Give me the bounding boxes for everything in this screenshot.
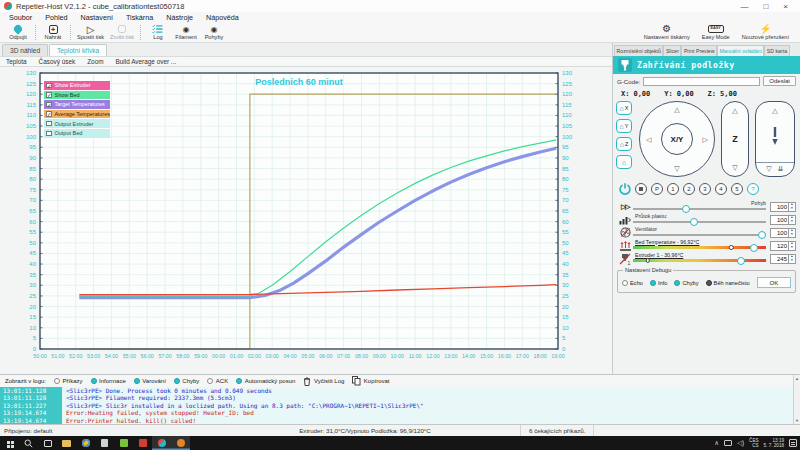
calculator-taskbar-icon[interactable] (95, 436, 114, 450)
search-taskbar-icon[interactable] (19, 436, 38, 450)
bed-temp-slider-knob[interactable] (750, 244, 758, 252)
panel-tab-3[interactable]: Manuální ovládání (717, 45, 764, 56)
log-filter-4[interactable]: ACK (207, 378, 228, 384)
preset-3-button[interactable]: 3 (699, 183, 711, 195)
legend-item-4[interactable]: Output Extruder (44, 119, 110, 128)
legend-item-2[interactable]: ✓Target Temperatures (44, 100, 110, 109)
menu-item-0[interactable]: Soubor (9, 13, 32, 22)
xy-jog-pad[interactable]: △ ▽ ◁ ▷ X/Y (639, 101, 715, 177)
extruder-temp-slider-knob[interactable] (737, 257, 745, 265)
start-taskbar-icon[interactable] (0, 436, 19, 450)
emergency-stop-button[interactable]: ⚡Nouzové přerušení (739, 24, 792, 40)
log-filter-0[interactable]: Příkazy (54, 378, 83, 384)
radio-icon[interactable] (674, 280, 680, 286)
tray-chevron-icon[interactable]: ∧ (714, 439, 719, 447)
jog-x-plus-icon[interactable]: ▷ (703, 136, 708, 143)
checkbox-icon[interactable]: ✓ (46, 102, 52, 108)
bed-temp-value-spinner[interactable]: 120▴▾ (770, 241, 796, 251)
home-all-button[interactable]: ⌂ (616, 155, 632, 169)
speaker-icon[interactable]: ◁) (737, 439, 744, 447)
preset-1-button[interactable]: 1 (667, 183, 679, 195)
task-view-taskbar-icon[interactable] (38, 436, 57, 450)
log-scrollbar[interactable]: ▲ ▼ (793, 375, 800, 424)
menu-item-2[interactable]: Nastavení (81, 13, 113, 22)
disconnect-button[interactable]: Odpojit (4, 24, 32, 40)
legend-item-5[interactable]: Output Bed (44, 129, 110, 138)
log-filter-5[interactable]: Automatický posun (236, 378, 295, 384)
extrude-fast-icon[interactable]: ⇊ (778, 165, 784, 173)
chart-menu-item-2[interactable]: Zoom (87, 58, 103, 65)
chart-menu-item-0[interactable]: Teplota (6, 58, 27, 65)
legend-item-3[interactable]: ✓Average Temperatures (44, 110, 110, 119)
debug-option-0[interactable]: Echo (622, 280, 643, 286)
gcode-input[interactable] (643, 77, 760, 86)
network-icon[interactable] (724, 440, 732, 446)
extruder-temp-value-spinner[interactable]: 245▴▾ (770, 254, 796, 264)
flowrate-value-spinner[interactable]: 100▴▾ (770, 215, 796, 225)
printer-settings-button[interactable]: ⚙Nastavení tiskárny (641, 24, 693, 40)
help-button[interactable]: ? (747, 183, 759, 195)
debug-option-3[interactable]: Běh nanečisto (706, 280, 750, 286)
log-filter-1[interactable]: Informace (91, 378, 126, 384)
panel-tab-0[interactable]: Rozmístění objektů (614, 45, 663, 56)
debug-option-1[interactable]: Info (650, 280, 668, 286)
checkbox-icon[interactable]: ✓ (46, 83, 52, 89)
pdf-reader-taskbar-icon[interactable] (133, 436, 152, 450)
jog-y-plus-icon[interactable]: △ (674, 106, 679, 113)
fan-value-spinner[interactable]: 100▴▾ (770, 228, 796, 238)
ok-button[interactable]: OK (757, 277, 791, 288)
checkbox-icon[interactable]: ✓ (46, 111, 52, 117)
view-tab-1[interactable]: Teplotní křivka (49, 44, 107, 56)
notification-center-icon[interactable] (789, 439, 797, 447)
chrome-taskbar-icon[interactable] (76, 436, 95, 450)
menu-item-1[interactable]: Pohled (45, 13, 67, 22)
menu-item-5[interactable]: Nápověda (206, 13, 239, 22)
extruder-jog-pad[interactable]: △ ▽ ⇊ (755, 101, 795, 177)
panel-tab-1[interactable]: Slicer (663, 45, 681, 56)
log-filter-2[interactable]: Varování (134, 378, 166, 384)
minimize-button[interactable]: — (740, 2, 748, 11)
load-button[interactable]: +Nahrát (39, 24, 67, 40)
radio-icon[interactable] (622, 280, 628, 286)
feedrate-value-spinner[interactable]: 100▴▾ (770, 202, 796, 212)
park-button[interactable]: P (651, 183, 663, 195)
preset-4-button[interactable]: 4 (715, 183, 727, 195)
z-up-icon[interactable]: △ (732, 107, 737, 114)
home-x-button[interactable]: ⌂X (616, 101, 632, 115)
feedrate-slider-knob[interactable] (682, 205, 690, 213)
toggle-log-button[interactable]: Log (144, 24, 172, 40)
show-travel-button[interactable]: ◉Pohyby (200, 24, 228, 40)
easy-mode-button[interactable]: EASYEasy Mode (699, 24, 733, 40)
preset-2-button[interactable]: 2 (683, 183, 695, 195)
file-explorer-taskbar-icon[interactable] (57, 436, 76, 450)
z-jog-pad[interactable]: △ Z ▽ (721, 101, 749, 177)
home-z-button[interactable]: ⌂Z (616, 137, 632, 151)
chart-menu-item-3[interactable]: Build Average over ... (116, 58, 177, 65)
start-print-button[interactable]: ▷Spustit tisk (74, 24, 107, 40)
menu-item-4[interactable]: Nástroje (166, 13, 193, 22)
legend-item-0[interactable]: ✓Show Extruder (44, 81, 110, 90)
panel-tab-2[interactable]: Print Preview (681, 45, 717, 56)
show-filament-button[interactable]: ◉Filament (172, 24, 200, 40)
prusa-app-taskbar-icon[interactable] (171, 436, 190, 450)
power-button[interactable] (618, 183, 631, 196)
extrude-icon[interactable]: ▽ (766, 165, 771, 173)
send-button[interactable]: Odeslat (763, 76, 796, 86)
radio-icon[interactable] (706, 280, 712, 286)
scroll-down-icon[interactable]: ▼ (795, 418, 799, 423)
scroll-up-icon[interactable]: ▲ (795, 376, 799, 381)
checkbox-icon[interactable] (46, 121, 52, 127)
panel-tab-4[interactable]: SD karta (764, 45, 789, 56)
fan-slider-knob[interactable] (758, 231, 766, 239)
checkbox-icon[interactable]: ✓ (46, 92, 52, 98)
flowrate-slider-knob[interactable] (690, 218, 698, 226)
log-filter-7[interactable]: Kopírovat (352, 376, 389, 386)
language-indicator[interactable]: ČESCS (749, 438, 758, 449)
log-filter-3[interactable]: Chyby (174, 378, 200, 384)
clock[interactable]: 13:195. 7. 2018 (764, 438, 784, 449)
repetier-host-taskbar-icon[interactable] (152, 436, 171, 450)
log-filter-6[interactable]: Vyčistit Log (303, 377, 344, 386)
view-tab-0[interactable]: 3D náhled (2, 44, 48, 56)
jog-x-minus-icon[interactable]: ◁ (646, 136, 651, 143)
legend-item-1[interactable]: ✓Show Bed (44, 91, 110, 100)
